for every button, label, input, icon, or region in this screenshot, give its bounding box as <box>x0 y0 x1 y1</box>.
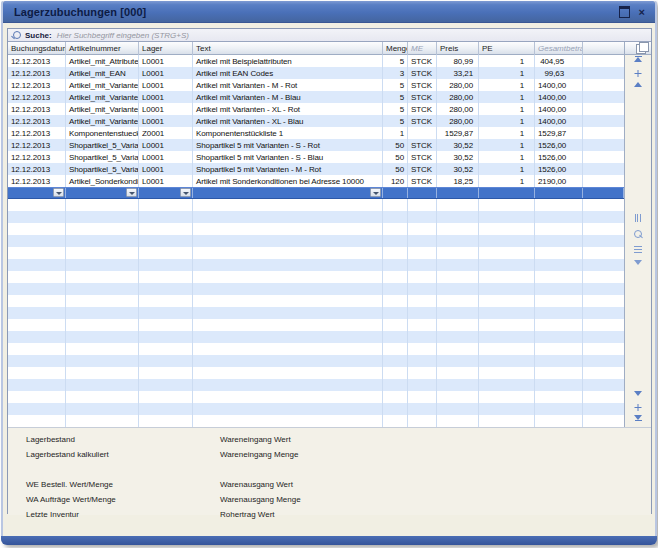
empty-row[interactable] <box>8 355 624 367</box>
entry-row-selected[interactable] <box>8 187 624 199</box>
cell-artikelnummer <box>66 379 139 391</box>
cell-pe: 1 <box>479 115 535 127</box>
dropdown-button-lager[interactable] <box>180 188 191 197</box>
table-row[interactable]: 12.12.2013Artikel_mit_Varianten.L0001Art… <box>8 103 624 115</box>
cell-lager <box>139 415 193 427</box>
cell-me: STCK <box>408 139 437 151</box>
table-row[interactable]: 12.12.2013Artikel_mit_EANL0001Artikel mi… <box>8 67 624 79</box>
cell-lager <box>139 223 193 235</box>
cell-filler <box>583 319 624 331</box>
empty-row[interactable] <box>8 343 624 355</box>
column-header-pe[interactable]: PE <box>479 42 535 55</box>
empty-row[interactable] <box>8 415 624 427</box>
dropdown-button-buchungsdatum[interactable] <box>53 188 64 197</box>
cell-preis <box>437 331 479 343</box>
cell-me <box>408 307 437 319</box>
column-header-buchungsdatum[interactable]: Buchungsdatum <box>8 42 66 55</box>
cell-text <box>193 247 383 259</box>
empty-row[interactable] <box>8 331 624 343</box>
cell-lager: L0001 <box>139 139 193 151</box>
cell-preis <box>437 391 479 403</box>
cell-pe: 1 <box>479 103 535 115</box>
empty-row[interactable] <box>8 319 624 331</box>
cell-lager <box>139 259 193 271</box>
cell-text <box>193 331 383 343</box>
column-header-gesamtbetrag[interactable]: Gesamtbetrag <box>535 42 583 55</box>
cell-pe: 1 <box>479 127 535 139</box>
info-label-left-5: Letzte Inventur <box>26 510 79 519</box>
cell-menge <box>383 259 408 271</box>
table-row[interactable]: 12.12.2013KomponentenstueckliZ0001Kompon… <box>8 127 624 139</box>
empty-row[interactable] <box>8 235 624 247</box>
empty-row[interactable] <box>8 307 624 319</box>
empty-row[interactable] <box>8 247 624 259</box>
search-input[interactable]: Suche: Hier Suchbegriff eingeben (STRG+S… <box>8 29 651 42</box>
column-header-lager[interactable]: Lager <box>139 42 193 55</box>
cell-text: Shopartikel 5 mit Varianten - S - Rot <box>193 139 383 151</box>
table-row[interactable]: 12.12.2013Artikel_mit_Varianten.L0001Art… <box>8 79 624 91</box>
empty-row[interactable] <box>8 283 624 295</box>
dropdown-button-artikelnummer[interactable] <box>126 188 137 197</box>
table-row[interactable]: 12.12.2013Artikel_mit_AttributenL0001Art… <box>8 55 624 67</box>
empty-row[interactable] <box>8 223 624 235</box>
cell-me <box>408 343 437 355</box>
column-header-me[interactable]: ME <box>408 42 437 55</box>
cell-preis <box>437 223 479 235</box>
cell-text <box>193 188 383 198</box>
empty-row[interactable] <box>8 271 624 283</box>
scroll-down-icon[interactable] <box>634 391 642 396</box>
scroll-to-top-icon[interactable] <box>634 56 642 62</box>
cell-buchungsdatum: 12.12.2013 <box>8 103 66 115</box>
close-icon[interactable]: × <box>639 7 645 17</box>
zoom-search-icon[interactable] <box>634 230 642 238</box>
splitter-grip-icon[interactable] <box>635 214 642 222</box>
empty-row[interactable] <box>8 259 624 271</box>
cell-text <box>193 271 383 283</box>
dropdown-button-text[interactable] <box>370 188 381 197</box>
cell-artikelnummer <box>66 271 139 283</box>
scroll-to-bottom-icon[interactable] <box>634 415 642 421</box>
restore-icon[interactable] <box>619 6 630 18</box>
table-row[interactable]: 12.12.2013Shopartikel_5_VariantL0001Shop… <box>8 151 624 163</box>
table-row[interactable]: 12.12.2013Shopartikel_5_VariantL0001Shop… <box>8 139 624 151</box>
cell-lager <box>139 199 193 211</box>
add-row-icon[interactable] <box>634 69 643 78</box>
cell-filler <box>583 247 624 259</box>
column-header-text[interactable]: Text <box>193 42 383 55</box>
cell-menge <box>383 188 408 198</box>
empty-row[interactable] <box>8 211 624 223</box>
cell-artikelnummer <box>66 415 139 427</box>
column-header-menge[interactable]: Menge <box>383 42 408 55</box>
grid-header-corner <box>625 42 651 55</box>
cell-filler <box>583 175 624 187</box>
scroll-up-icon[interactable] <box>634 82 642 87</box>
cell-artikelnummer <box>66 295 139 307</box>
add-row-bottom-icon[interactable] <box>634 403 643 412</box>
cell-preis <box>437 319 479 331</box>
cell-artikelnummer <box>66 247 139 259</box>
column-header-artikelnummer[interactable]: Artikelnummer <box>66 42 139 55</box>
table-row[interactable]: 12.12.2013Artikel_mit_Varianten.L0001Art… <box>8 91 624 103</box>
cell-text <box>193 319 383 331</box>
cell-artikelnummer <box>66 223 139 235</box>
table-row[interactable]: 12.12.2013Shopartikel_5_VariantL0001Shop… <box>8 163 624 175</box>
table-row[interactable]: 12.12.2013Artikel_SonderkonditioL0001Art… <box>8 175 624 187</box>
column-header-preis[interactable]: Preis <box>437 42 479 55</box>
grid-rows: 12.12.2013Artikel_mit_AttributenL0001Art… <box>8 55 624 427</box>
empty-row[interactable] <box>8 403 624 415</box>
filter-icon[interactable] <box>634 260 642 265</box>
column-header-filler <box>583 42 624 55</box>
table-row[interactable]: 12.12.2013Artikel_mit_Varianten.L0001Art… <box>8 115 624 127</box>
cell-buchungsdatum <box>8 223 66 235</box>
list-view-icon[interactable] <box>634 246 642 253</box>
cell-lager <box>139 343 193 355</box>
cell-pe <box>479 283 535 295</box>
empty-row[interactable] <box>8 391 624 403</box>
cell-me <box>408 331 437 343</box>
copy-pages-icon[interactable] <box>636 44 646 54</box>
empty-row[interactable] <box>8 367 624 379</box>
empty-row[interactable] <box>8 295 624 307</box>
empty-row[interactable] <box>8 379 624 391</box>
cell-lager: Z0001 <box>139 127 193 139</box>
empty-row[interactable] <box>8 199 624 211</box>
